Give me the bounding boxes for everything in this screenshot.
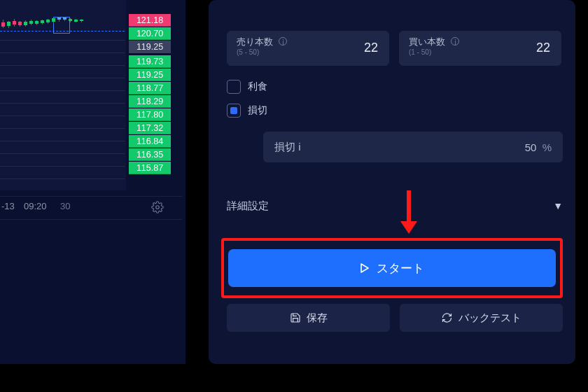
buy-count-field[interactable]: 買い本数 i (1 - 50) 22 — [399, 31, 561, 66]
svg-marker-1 — [361, 264, 368, 272]
stop-loss-row: 損切 — [227, 104, 267, 118]
stop-loss-input[interactable]: 損切 i 50 % — [263, 132, 563, 162]
gear-icon[interactable] — [151, 201, 164, 214]
take-profit-checkbox[interactable] — [227, 80, 241, 94]
chart-toolbar: -13 09:20 30 — [0, 196, 182, 220]
info-icon[interactable]: i — [298, 141, 300, 153]
buy-count-range: (1 - 50) — [409, 48, 552, 56]
buy-count-label: 買い本数 — [409, 36, 445, 47]
advanced-settings-row[interactable]: 詳細設定 ▼ — [227, 195, 563, 217]
chart-gridline — [0, 166, 125, 167]
start-button[interactable]: スタート — [228, 249, 556, 287]
start-button-label: スタート — [377, 260, 424, 276]
chart-gridline — [0, 103, 125, 104]
time-tick: 09:20 — [24, 201, 47, 211]
price-scale-cell: 117.32 — [129, 122, 171, 134]
bottom-button-row: 保存 バックテスト — [227, 304, 563, 332]
order-count-row: 売り本数 i (5 - 50) 22 買い本数 i (1 - 50) 22 — [227, 31, 561, 66]
stop-loss-unit: % — [542, 141, 552, 153]
price-scale-cell: 115.87 — [129, 162, 171, 174]
play-icon — [360, 263, 370, 273]
price-scale-cell: 119.73 — [129, 55, 171, 68]
take-profit-label: 利食 — [248, 80, 267, 93]
backtest-button[interactable]: バックテスト — [400, 304, 563, 332]
backtest-button-label: バックテスト — [458, 312, 522, 325]
candlesticks — [0, 21, 125, 42]
chevron-down-icon: ▼ — [553, 200, 563, 211]
save-button-label: 保存 — [307, 312, 328, 325]
info-icon[interactable]: i — [279, 37, 287, 46]
price-scale-cell: 120.70 — [129, 27, 171, 40]
chart-panel: 121.18120.70119.25119.73119.25118.77118.… — [0, 0, 186, 364]
chart-gridline — [0, 141, 125, 141]
sell-count-field[interactable]: 売り本数 i (5 - 50) 22 — [227, 31, 389, 66]
chart-gridline — [0, 128, 125, 129]
price-scale-cell: 118.77 — [129, 82, 171, 94]
stop-loss-label: 損切 — [248, 104, 267, 117]
chart-area[interactable] — [0, 0, 126, 190]
stop-loss-field-label: 損切 — [274, 141, 295, 153]
time-tick: -13 — [1, 201, 15, 211]
sell-count-label: 売り本数 — [237, 36, 273, 47]
chart-gridline — [0, 52, 125, 53]
chart-gridline — [0, 90, 125, 91]
chart-gridline — [0, 65, 125, 66]
chart-gridline — [0, 78, 125, 78]
start-highlight-box: スタート — [221, 238, 563, 298]
chart-gridline — [0, 115, 125, 116]
take-profit-row: 利食 — [227, 80, 267, 94]
save-button[interactable]: 保存 — [227, 304, 390, 332]
annotation-arrow — [400, 190, 417, 238]
price-scale-cell: 118.29 — [129, 95, 171, 108]
price-scale-cell: 119.25 — [129, 41, 171, 53]
refresh-icon — [441, 312, 453, 323]
save-icon — [290, 312, 301, 323]
price-scale-cell: 121.18 — [129, 14, 171, 27]
info-icon[interactable]: i — [451, 37, 459, 46]
stop-loss-checkbox[interactable] — [227, 104, 241, 118]
price-scale-cell: 119.25 — [129, 69, 171, 81]
price-scale-cell: 116.35 — [129, 148, 171, 161]
svg-point-0 — [156, 206, 160, 209]
price-scale: 121.18120.70119.25119.73119.25118.77118.… — [126, 0, 182, 190]
advanced-settings-label: 詳細設定 — [227, 200, 269, 213]
sell-count-range: (5 - 50) — [237, 48, 379, 56]
sell-count-value: 22 — [364, 41, 378, 55]
stop-loss-value: 50 — [525, 141, 537, 153]
chart-gridline — [0, 178, 125, 179]
chart-gridline — [0, 153, 125, 154]
price-scale-cell: 117.80 — [129, 108, 171, 121]
price-scale-cell: 116.84 — [129, 135, 171, 148]
buy-count-value: 22 — [536, 41, 550, 55]
time-tick: 30 — [60, 201, 70, 211]
settings-panel: 売り本数 i (5 - 50) 22 買い本数 i (1 - 50) 22 利食… — [209, 0, 575, 364]
